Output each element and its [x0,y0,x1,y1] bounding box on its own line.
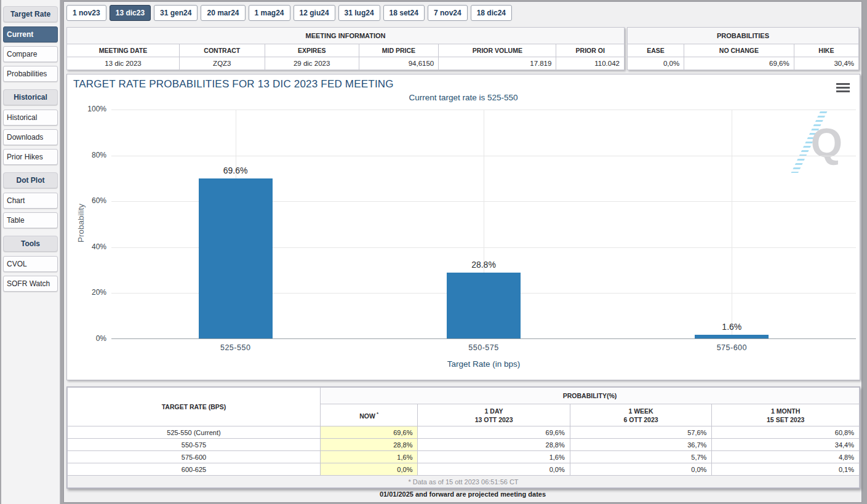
table-row: 600-6250,0%0,0%0,0%0,1% [68,463,860,476]
cell-now: 28,8% [320,439,417,451]
bar-550-575 [447,273,521,338]
probability-history-table: TARGET RATE (BPS)PROBABILITY(%)NOW *1 DA… [67,387,860,488]
sidebar-section-header: Target Rate [3,6,58,22]
column-header-no-change: NO CHANGE [684,44,794,57]
column-header-meeting-date: MEETING DATE [67,44,180,57]
table-title: PROBABILITIES [628,28,859,44]
cell-now: 1,6% [320,451,417,463]
column-header-prior-oi: PRIOR OI [556,44,625,57]
cell-day: 1,6% [418,451,570,463]
value-no-change: 69,6% [684,57,794,70]
footer-note: 01/01/2025 and forward are projected mee… [64,490,861,498]
cell-week: 36,7% [570,439,712,451]
cell-rate: 575-600 [68,451,321,463]
meeting-tabs: 1 nov2313 dic2331 gen2420 mar241 mag2412… [66,5,512,21]
value-meeting-date: 13 dic 2023 [67,57,180,70]
sidebar-section-header: Historical [3,89,58,105]
column-header-hike: HIKE [794,44,858,57]
value-mid-price: 94,6150 [359,57,439,70]
x-tick-label: 550-575 [359,343,607,352]
x-axis-label: Target Rate (in bps) [111,359,856,369]
sidebar-item-probabilities[interactable]: Probabilities [3,66,58,82]
value-prior-oi: 110.042 [556,57,625,70]
sidebar-item-prior-hikes[interactable]: Prior Hikes [3,149,58,165]
cell-week: 5,7% [570,451,712,463]
value-hike: 30,4% [794,57,858,70]
sidebar-item-cvol[interactable]: CVOL [3,256,58,272]
sidebar: Target RateCurrentCompareProbabilitiesHi… [1,0,60,504]
sidebar-item-current[interactable]: Current [3,26,58,42]
sidebar-section-header: Dot Plot [3,172,58,188]
probabilities-summary-table: PROBABILITIESEASENO CHANGEHIKE0,0%69,6%3… [627,27,859,70]
cell-rate: 600-625 [68,463,321,476]
y-tick-label: 80% [77,151,106,159]
cell-month: 34,4% [712,439,860,451]
tab-7-nov24[interactable]: 7 nov24 [428,5,468,21]
column-header-ease: EASE [628,44,684,57]
sidebar-section-historical: HistoricalHistoricalDownloadsPrior Hikes [1,89,60,165]
tab-20-mar24[interactable]: 20 mar24 [201,5,245,21]
sidebar-item-sofr-watch[interactable]: SOFR Watch [3,276,58,292]
y-tick-label: 40% [77,242,106,251]
x-tick-label: 525-550 [111,343,359,352]
sidebar-item-compare[interactable]: Compare [3,46,58,62]
tab-1-nov23[interactable]: 1 nov23 [66,5,106,21]
v-gridline [732,110,732,338]
column-header-mid-price: MID PRICE [359,44,439,57]
sidebar-section-target-rate: Target RateCurrentCompareProbabilities [1,6,60,82]
subcolumn-header-now: NOW * [320,404,417,426]
column-header-contract: CONTRACT [180,44,265,57]
probability-group-header: PROBABILITY(%) [320,388,859,404]
tab-18-dic24[interactable]: 18 dic24 [471,5,512,21]
table-row: 575-6001,6%1,6%5,7%4,8% [68,451,860,463]
sidebar-section-dot-plot: Dot PlotChartTable [1,172,60,228]
sidebar-item-chart[interactable]: Chart [3,193,58,209]
sidebar-section-header: Tools [3,236,58,252]
chart-panel: TARGET RATE PROBABILITIES FOR 13 DIC 202… [66,74,860,380]
cell-month: 60,8% [712,426,860,439]
tab-31-gen24[interactable]: 31 gen24 [154,5,198,21]
subcolumn-header-1-day: 1 DAY13 OTT 2023 [418,404,570,426]
value-expires: 29 dic 2023 [265,57,359,70]
x-tick-label: 575-600 [608,343,856,352]
tab-12-giu24[interactable]: 12 giu24 [294,5,335,21]
probability-history-panel: TARGET RATE (BPS)PROBABILITY(%)NOW *1 DA… [66,386,860,489]
bar-value-label: 69.6% [199,166,273,175]
cell-rate: 525-550 (Current) [68,426,321,439]
column-header-expires: EXPIRES [265,44,359,57]
column-header-prior-volume: PRIOR VOLUME [439,44,556,57]
y-tick-label: 20% [77,288,106,297]
chart-plot-area: 0%20%40%60%80%100%69.6%525-55028.8%550-5… [111,110,856,339]
main-panel: 1 nov2313 dic2331 gen2420 mar241 mag2412… [63,1,862,503]
value-prior-volume: 17.819 [439,57,556,70]
tab-1-mag24[interactable]: 1 mag24 [249,5,290,21]
value-ease: 0,0% [628,57,684,70]
bar-575-600 [695,335,769,338]
table-title: MEETING INFORMATION [67,28,625,44]
cell-day: 69,6% [418,426,570,439]
data-as-of-footnote: * Data as of 15 ott 2023 06:51:56 CT [68,476,860,488]
sidebar-item-historical[interactable]: Historical [3,110,58,126]
subcolumn-header-1-month: 1 MONTH15 SET 2023 [712,404,860,426]
y-tick-label: 0% [77,334,106,343]
sidebar-item-table[interactable]: Table [3,212,58,228]
cell-rate: 550-575 [68,439,321,451]
y-tick-label: 100% [77,105,106,113]
chart-title: TARGET RATE PROBABILITIES FOR 13 DIC 202… [73,78,394,90]
table-row: 525-550 (Current)69,6%69,6%57,6%60,8% [68,426,860,439]
value-contract: ZQZ3 [180,57,265,70]
tab-18-set24[interactable]: 18 set24 [383,5,425,21]
meeting-information-table: MEETING INFORMATIONMEETING DATECONTRACTE… [66,27,625,70]
sidebar-section-tools: ToolsCVOLSOFR Watch [1,236,60,292]
cell-month: 4,8% [712,451,860,463]
table-row: 550-57528,8%28,8%36,7%34,4% [68,439,860,451]
chart-subtitle: Current target rate is 525-550 [67,93,860,102]
cell-day: 28,8% [418,439,570,451]
tab-31-lug24[interactable]: 31 lug24 [338,5,380,21]
sidebar-item-downloads[interactable]: Downloads [3,129,58,145]
bar-525-550 [199,178,273,338]
target-rate-column-header: TARGET RATE (BPS) [68,388,321,426]
tab-13-dic23[interactable]: 13 dic23 [110,5,151,21]
cell-week: 57,6% [570,426,712,439]
cell-now: 69,6% [320,426,417,439]
